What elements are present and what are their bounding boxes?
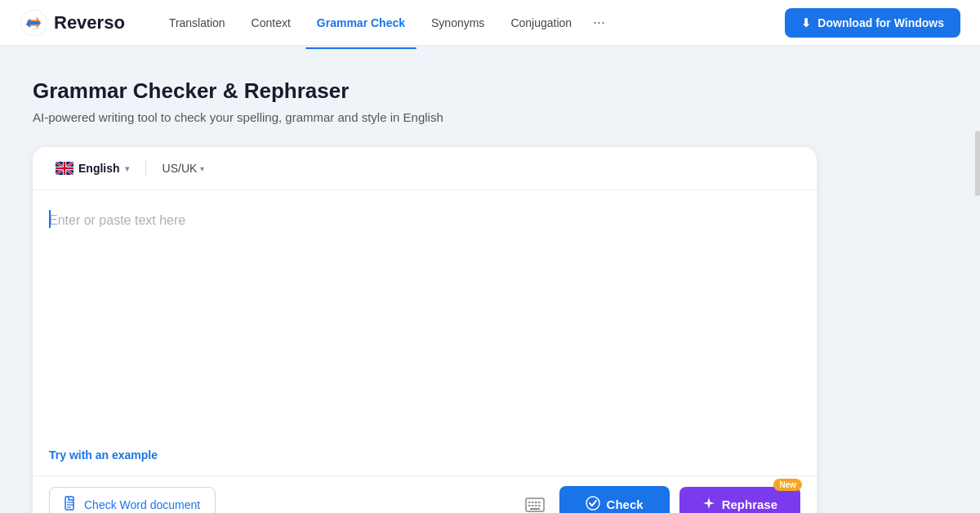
nav-item-translation[interactable]: Translation <box>158 11 237 34</box>
document-icon <box>65 496 78 513</box>
variant-selector[interactable]: US/UK ▾ <box>156 158 212 178</box>
download-icon: ⬇ <box>801 16 811 29</box>
svg-point-16 <box>586 497 599 510</box>
editor-toolbar: English ▾ US/UK ▾ <box>33 147 817 190</box>
download-button[interactable]: ⬇ Download for Windows <box>785 8 960 38</box>
nav-item-grammar-check[interactable]: Grammar Check <box>305 11 416 34</box>
check-button[interactable]: Check <box>559 486 670 513</box>
logo-icon <box>20 9 47 37</box>
scrollbar[interactable] <box>975 131 980 196</box>
svg-rect-9 <box>535 502 537 503</box>
nav-item-conjugation[interactable]: Conjugation <box>499 11 583 34</box>
editor-footer: Check Word document <box>33 475 817 513</box>
variant-label: US/UK <box>163 162 198 175</box>
svg-rect-11 <box>528 505 531 506</box>
try-example-link[interactable]: Try with an example <box>49 448 158 462</box>
brand-name: Reverso <box>54 12 125 33</box>
editor-body: Try with an example <box>33 190 817 475</box>
nav-item-synonyms[interactable]: Synonyms <box>420 11 496 34</box>
text-cursor <box>49 210 51 228</box>
sparkle-icon <box>702 497 715 512</box>
nav-item-context[interactable]: Context <box>240 11 302 34</box>
page-subtitle: AI-powered writing tool to check your sp… <box>33 110 800 124</box>
main-content: Grammar Checker & Rephraser AI-powered w… <box>0 46 833 513</box>
language-chevron-icon: ▾ <box>125 164 129 173</box>
svg-rect-8 <box>532 502 534 503</box>
navbar: Reverso Translation Context Grammar Chec… <box>0 0 980 46</box>
rephrase-label: Rephrase <box>722 497 777 511</box>
check-word-label: Check Word document <box>84 498 200 511</box>
check-circle-icon <box>586 496 600 513</box>
language-selector[interactable]: English ▾ <box>49 158 136 178</box>
svg-rect-7 <box>528 502 531 503</box>
check-word-button[interactable]: Check Word document <box>49 487 216 513</box>
download-label: Download for Windows <box>817 16 944 29</box>
keyboard-button[interactable] <box>520 493 550 514</box>
language-label: English <box>78 162 120 175</box>
new-badge: New <box>773 479 802 491</box>
svg-rect-13 <box>535 505 537 506</box>
check-label: Check <box>607 497 644 511</box>
text-input[interactable] <box>49 210 800 439</box>
variant-chevron-icon: ▾ <box>200 164 204 173</box>
logo[interactable]: Reverso <box>20 9 125 37</box>
nav-more[interactable]: ··· <box>586 11 612 34</box>
svg-rect-15 <box>530 508 540 510</box>
svg-rect-10 <box>538 502 541 503</box>
rephrase-wrapper: New Rephrase <box>679 487 800 513</box>
svg-rect-14 <box>538 505 541 506</box>
editor-card: English ▾ US/UK ▾ Try with an example <box>33 147 817 513</box>
keyboard-icon <box>525 497 545 512</box>
page-title: Grammar Checker & Rephraser <box>33 78 800 104</box>
footer-actions: Check New Rephrase <box>520 486 800 513</box>
toolbar-separator <box>145 160 146 176</box>
flag-icon <box>56 162 74 175</box>
svg-rect-12 <box>532 505 534 506</box>
nav-links: Translation Context Grammar Check Synony… <box>158 11 760 34</box>
